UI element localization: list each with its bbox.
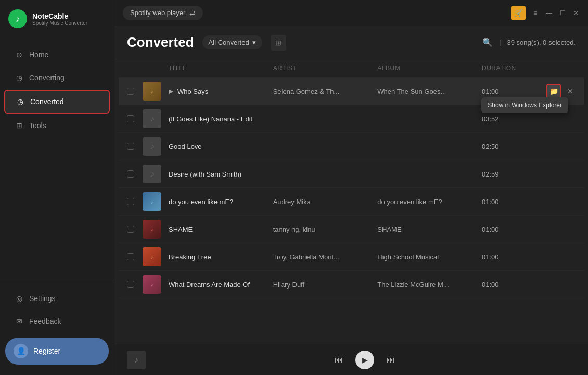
settings-icon: ◎ [15,294,24,303]
row-checkbox[interactable] [127,143,134,150]
song-duration: 02:50 [482,143,534,151]
song-title-block: SHAME [169,226,273,233]
song-title-block: (It Goes Like) Nanana - Edit [169,115,273,123]
song-title: SHAME [169,226,193,233]
song-title: Desire (with Sam Smith) [169,170,241,178]
header-duration: DURATION [482,65,534,72]
spotify-source-button[interactable]: Spotify web player ⇄ [123,6,203,20]
sidebar-item-feedback[interactable]: ✉ Feedback [4,310,110,332]
player-controls: ⏮ ▶ ⏭ [154,351,576,369]
header-thumb [143,65,169,72]
song-album: High School Musical [377,253,482,261]
maximize-button[interactable]: ☐ [559,9,566,17]
song-thumbnail: ♪ [143,275,161,294]
song-title: Breaking Free [169,253,211,261]
row-checkbox[interactable] [127,226,134,233]
logo-area: ♪ NoteCable Spotify Music Converter [0,0,114,38]
row-checkbox[interactable] [127,281,134,288]
song-title-block: Breaking Free [169,253,273,261]
song-artist: Selena Gomez & Th... [273,88,378,95]
player-thumbnail: ♪ [127,351,146,369]
sidebar-item-label-home: Home [29,51,48,59]
logo-text: NoteCable Spotify Music Converter [32,12,87,26]
cart-icon[interactable]: 🛒 [511,6,526,20]
window-controls: 🛒 ≡ — ☐ ✕ [511,6,580,20]
sidebar-item-settings[interactable]: ◎ Settings [4,288,110,309]
content-header: Converted All Converted ▾ ⊞ 🔍 | 39 song(… [114,26,588,59]
spotify-label: Spotify web player [130,9,185,17]
grid-view-button[interactable]: ⊞ [271,35,286,51]
music-note-icon: ♪ [134,355,138,365]
sidebar-item-label-feedback: Feedback [29,317,61,326]
tools-icon: ⊞ [15,121,24,130]
remove-button[interactable]: ✕ [565,86,576,96]
song-album: When The Sun Goes... [377,88,482,95]
row-actions: 📁 ✕ [534,84,576,98]
song-artist: Audrey Mika [273,198,378,206]
search-icon[interactable]: 🔍 [482,38,493,47]
main-content: Spotify web player ⇄ 🛒 ≡ — ☐ ✕ Converted… [114,0,588,375]
nav-bottom: ◎ Settings ✉ Feedback 👤 Register [0,281,114,375]
close-button[interactable]: ✕ [572,9,580,17]
song-title-block: Desire (with Sam Smith) [169,170,273,178]
table-row: ♪ do you even like mE? Audrey Mika do yo… [119,188,584,216]
header-album: ALBUM [377,65,482,72]
sidebar-item-home[interactable]: ⊙ Home [4,44,110,66]
feedback-icon: ✉ [15,317,24,326]
menu-icon[interactable]: ≡ [532,9,539,17]
converting-icon: ◷ [15,73,24,82]
song-thumbnail: ♪ [143,82,161,101]
song-duration: 01:00 [482,253,534,261]
song-album: The Lizzie McGuire M... [377,281,482,289]
sidebar-item-label-settings: Settings [29,294,56,303]
table-header: TITLE ARTIST ALBUM DURATION [119,59,584,78]
sidebar-item-label-converting: Converting [29,73,65,82]
song-thumbnail: ♪ [143,247,161,266]
row-checkbox[interactable] [127,115,134,122]
song-album: do you even like mE? [377,198,482,206]
play-icon[interactable]: ▶ [169,88,173,95]
previous-button[interactable]: ⏮ [335,355,343,365]
song-duration: 01:00 [482,198,534,206]
minimize-button[interactable]: — [545,9,553,17]
song-duration: 01:00 [482,226,534,233]
app-name: NoteCable [32,12,87,20]
filter-dropdown[interactable]: All Converted ▾ [202,35,262,49]
play-pause-button[interactable]: ▶ [355,351,374,369]
page-title: Converted [127,34,194,51]
nav-items: ⊙ Home ◷ Converting ◷ Converted ⊞ Tools [0,38,114,281]
song-duration: 03:52 [482,115,534,123]
tooltip-popup: Show in Windows Explorer [481,97,568,113]
sidebar-item-label-tools: Tools [29,121,46,130]
song-title: (It Goes Like) Nanana - Edit [169,115,252,123]
register-button[interactable]: 👤 Register [5,338,109,365]
show-in-explorer-button[interactable]: 📁 [546,84,561,98]
home-icon: ⊙ [15,50,24,59]
sidebar-item-converting[interactable]: ◷ Converting [4,67,110,89]
sidebar-item-label-converted: Converted [30,97,64,106]
sidebar-item-tools[interactable]: ⊞ Tools [4,115,110,136]
header-right: 🔍 | 39 song(s), 0 selected. [482,38,576,47]
song-artist: Hilary Duff [273,281,378,289]
sidebar: ♪ NoteCable Spotify Music Converter ⊙ Ho… [0,0,114,375]
song-title-block: ▶ Who Says [169,88,273,95]
song-duration: 02:59 [482,170,534,178]
row-checkbox[interactable] [127,198,134,205]
sidebar-item-converted[interactable]: ◷ Converted [4,90,110,114]
row-checkbox[interactable] [127,170,134,178]
song-title-block: Good Love [169,143,273,151]
song-thumbnail: ♪ [143,109,161,128]
tooltip-text: Show in Windows Explorer [488,102,562,109]
table-row: ♪ Good Love 02:50 [119,133,584,160]
table-row: ♪ ▶ Who Says Selena Gomez & Th... When T… [119,78,584,105]
song-title-block: do you even like mE? [169,198,273,206]
music-note-icon: ♪ [150,114,154,123]
song-thumbnail: ♪ [143,220,161,239]
next-button[interactable]: ⏭ [387,355,395,365]
table-row: ♪ Breaking Free Troy, Gabriella Mont... … [119,243,584,271]
row-checkbox[interactable] [127,88,134,95]
row-checkbox[interactable] [127,253,134,260]
table-row: ♪ Desire (with Sam Smith) 02:59 [119,160,584,188]
table-row: ♪ What Dreams Are Made Of Hilary Duff Th… [119,271,584,298]
divider: | [499,39,501,46]
